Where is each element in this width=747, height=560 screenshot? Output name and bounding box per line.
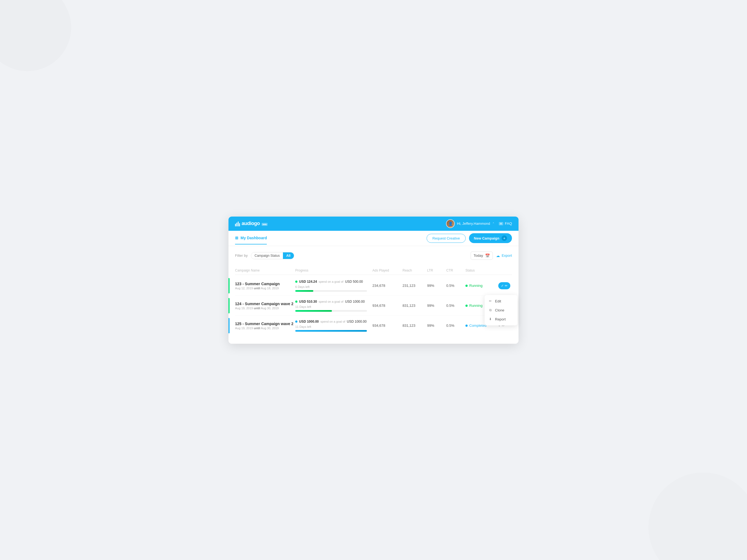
progress-bar-bg [295, 310, 367, 312]
avatar-image: 👤 [446, 220, 454, 228]
days-left: 6 Days left [295, 285, 309, 289]
progress-bar-fill [295, 330, 367, 332]
logo: audiogo beta [235, 221, 267, 226]
th-ltr: LTR [427, 268, 446, 272]
top-nav: audiogo beta 👤 Hi, Jeffery.Hammond ⌃ ▤ F… [229, 217, 518, 231]
request-creative-button[interactable]: Request Creative [427, 234, 465, 243]
table-row: 125 - Summer Campaign wave 2 Aug 19, 201… [235, 316, 512, 336]
progress-bar-bg [295, 290, 367, 292]
campaign-dates: Aug 19, 2019 until Aug 30, 2019 [235, 306, 295, 310]
th-actions [498, 268, 512, 272]
logo-beta: beta [262, 223, 267, 226]
progress-bar-fill [295, 290, 313, 292]
logo-icon [235, 221, 240, 226]
user-info[interactable]: 👤 Hi, Jeffery.Hammond ⌃ [446, 219, 494, 228]
logo-bar-2 [236, 222, 237, 226]
campaign-name-cell: 125 - Summer Campaign wave 2 Aug 19, 201… [235, 322, 295, 330]
spend-label: spend on a goal of [318, 280, 343, 283]
dashboard-label: My Dashboard [240, 236, 267, 240]
table-row: 123 - Summer Campaign Aug 12, 2019 until… [235, 276, 512, 296]
edit-label: Edit [495, 299, 501, 303]
report-label: Report [495, 317, 506, 321]
campaign-dates: Aug 12, 2019 until Aug 18, 2019 [235, 287, 295, 290]
spend-amount: USD 124.24 [299, 280, 317, 284]
ctr-cell: 0.5% [446, 303, 465, 308]
export-label: Export [501, 254, 512, 258]
ads-played-cell: 234,678 [372, 284, 403, 288]
spend-dot-green [295, 300, 298, 303]
ads-played-cell: 934,678 [372, 303, 403, 308]
date-filter[interactable]: Today 📅 [471, 251, 493, 260]
nav-right: 👤 Hi, Jeffery.Hammond ⌃ ▤ FAQ [446, 219, 512, 228]
dropdown-menu: ✏ Edit ⧉ Clone ⬇ Report [485, 295, 517, 325]
th-progress: Progress [295, 268, 372, 272]
action-buttons: Request Creative New Campaign + [427, 233, 512, 243]
ads-played-cell: 934,678 [372, 323, 403, 327]
status-dot-running [465, 285, 468, 287]
th-ctr: CTR [446, 268, 465, 272]
progress-cell: USD 1000.00 spend on a goal of USD 1000.… [295, 320, 372, 332]
th-ads: Ads Played [372, 268, 403, 272]
ltr-cell: 99% [427, 303, 446, 308]
progress-cell: USD 510.30 spend on a goal of USD 1000.0… [295, 300, 372, 312]
spend-label: spend on a goal of [320, 320, 345, 323]
reach-cell: 231,123 [403, 284, 427, 288]
status-dot-completed [465, 325, 468, 327]
dropdown-clone-item[interactable]: ⧉ Clone [485, 306, 517, 315]
days-left: 11 Days left [295, 325, 311, 328]
edit-icon: ✏ [488, 299, 492, 303]
spend-amount: USD 510.30 [299, 300, 317, 303]
th-reach: Reach [403, 268, 427, 272]
check-icon: ✓ [501, 284, 504, 288]
faq-label: FAQ [505, 221, 512, 225]
avatar: 👤 [446, 219, 455, 228]
progress-info: USD 1000.00 spend on a goal of USD 1000.… [295, 320, 367, 328]
ctr-cell: 0.5% [446, 323, 465, 327]
logo-bar-4 [239, 223, 240, 226]
filter-all-badge: All [283, 252, 293, 259]
row-accent-green [229, 278, 230, 293]
sub-nav: ⊞ My Dashboard Request Creative New Camp… [229, 231, 518, 246]
date-value: Today [474, 254, 483, 258]
table-row: 124 - Summer Campaign wave 2 Aug 19, 201… [235, 296, 512, 316]
campaign-name-cell: 123 - Summer Campaign Aug 12, 2019 until… [235, 282, 295, 290]
action-button-selected[interactable]: ✓ ✏ [498, 282, 510, 289]
status-dot-running [465, 304, 468, 307]
spend-dot-blue [295, 320, 298, 323]
campaign-table: Campaign Name Progress Ads Played Reach … [235, 266, 512, 336]
chevron-down-icon: ⌃ [492, 222, 494, 225]
goal-amount: USD 1000.00 [347, 320, 367, 323]
dropdown-edit-item[interactable]: ✏ Edit [485, 297, 517, 306]
table-header: Campaign Name Progress Ads Played Reach … [235, 266, 512, 275]
progress-cell: USD 124.24 spend on a goal of USD 500.00… [295, 280, 372, 292]
reach-cell: 831,123 [403, 323, 427, 327]
spend-dot-green [295, 281, 298, 283]
status-text: Completed [469, 323, 487, 327]
main-content: Filter by Campaign Status All Today 📅 ☁ … [229, 246, 518, 344]
filter-tag[interactable]: Campaign Status All [251, 252, 294, 259]
faq-icon: ▤ [499, 222, 503, 225]
filter-left: Filter by Campaign Status All [235, 252, 294, 259]
campaign-name: 123 - Summer Campaign [235, 282, 295, 286]
filter-status-label: Campaign Status [251, 252, 283, 259]
plus-icon: + [501, 235, 507, 241]
status-text: Running [469, 303, 482, 308]
goal-amount: USD 1000.00 [345, 300, 365, 303]
logo-bar-1 [235, 224, 236, 226]
export-button[interactable]: ☁ Export [496, 254, 512, 258]
action-cell: ✓ ✏ [498, 282, 512, 289]
progress-info: USD 510.30 spend on a goal of USD 1000.0… [295, 300, 367, 309]
dashboard-link[interactable]: ⊞ My Dashboard [235, 236, 267, 241]
status-text: Running [469, 284, 482, 288]
campaign-dates: Aug 19, 2019 until Aug 30, 2019 [235, 326, 295, 330]
logo-text: audiogo [241, 221, 260, 226]
app-window: audiogo beta 👤 Hi, Jeffery.Hammond ⌃ ▤ F… [229, 217, 518, 344]
pencil-icon: ✏ [505, 284, 508, 288]
ltr-cell: 99% [427, 284, 446, 288]
clone-icon: ⧉ [488, 308, 492, 312]
report-icon: ⬇ [488, 317, 492, 321]
dropdown-report-item[interactable]: ⬇ Report [485, 315, 517, 324]
campaign-name-cell: 124 - Summer Campaign wave 2 Aug 19, 201… [235, 301, 295, 310]
faq-button[interactable]: ▤ FAQ [499, 221, 512, 225]
new-campaign-button[interactable]: New Campaign + [469, 233, 512, 243]
